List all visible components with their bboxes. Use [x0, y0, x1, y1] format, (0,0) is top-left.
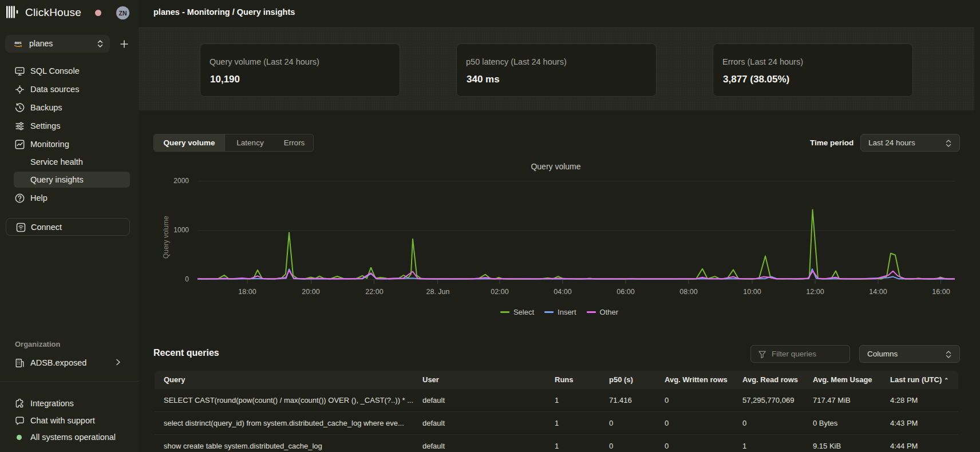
svg-text:aws: aws — [14, 41, 22, 45]
